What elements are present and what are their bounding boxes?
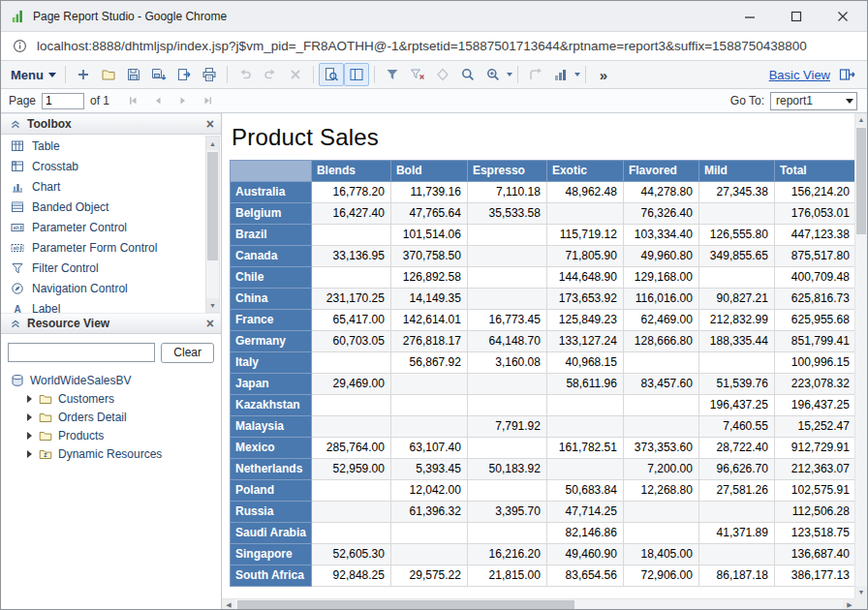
data-cell[interactable]: 386,177.13 bbox=[774, 565, 855, 587]
expand-arrow-icon[interactable] bbox=[27, 395, 32, 403]
row-header-france[interactable]: France bbox=[231, 310, 312, 331]
data-cell[interactable]: 7,200.00 bbox=[623, 459, 698, 480]
row-header-mexico[interactable]: Mexico bbox=[231, 438, 312, 459]
column-header-blends[interactable]: Blends bbox=[311, 161, 390, 182]
data-cell[interactable] bbox=[311, 480, 390, 502]
data-cell[interactable]: 72,906.00 bbox=[623, 565, 698, 587]
data-cell[interactable]: 29,469.00 bbox=[311, 374, 390, 395]
data-cell[interactable]: 370,758.50 bbox=[390, 246, 467, 267]
row-header-saudi-arabia[interactable]: Saudi Arabia bbox=[231, 523, 312, 544]
data-cell[interactable]: 851,799.41 bbox=[774, 331, 855, 352]
data-cell[interactable] bbox=[623, 523, 698, 544]
data-cell[interactable]: 62,469.00 bbox=[623, 310, 698, 331]
data-cell[interactable]: 212,363.07 bbox=[774, 459, 855, 480]
toolbox-item-table[interactable]: Table bbox=[1, 136, 204, 156]
expand-arrow-icon[interactable] bbox=[27, 413, 32, 421]
data-cell[interactable]: 16,427.40 bbox=[311, 203, 390, 225]
data-cell[interactable]: 15,252.47 bbox=[774, 416, 855, 438]
data-cell[interactable] bbox=[311, 267, 390, 289]
panel-tool-icon[interactable] bbox=[344, 63, 369, 86]
data-cell[interactable]: 212,832.99 bbox=[698, 310, 774, 331]
data-cell[interactable]: 64,148.70 bbox=[467, 331, 546, 352]
row-header-chile[interactable]: Chile bbox=[231, 267, 312, 289]
data-cell[interactable] bbox=[390, 523, 467, 544]
row-header-germany[interactable]: Germany bbox=[231, 331, 312, 352]
data-cell[interactable]: 196,437.25 bbox=[774, 395, 855, 416]
data-cell[interactable] bbox=[467, 438, 546, 459]
row-header-italy[interactable]: Italy bbox=[231, 352, 312, 374]
data-cell[interactable]: 125,849.23 bbox=[546, 310, 623, 331]
resource-search-input[interactable] bbox=[8, 343, 155, 362]
data-cell[interactable]: 61,396.32 bbox=[390, 502, 467, 523]
scroll-down-icon[interactable]: ▼ bbox=[855, 586, 867, 598]
data-cell[interactable]: 625,816.73 bbox=[774, 289, 855, 310]
row-header-malaysia[interactable]: Malaysia bbox=[231, 416, 312, 438]
report-canvas[interactable]: Product Sales BlendsBoldEspressoExoticFl… bbox=[222, 113, 856, 598]
page-number-input[interactable] bbox=[42, 93, 84, 109]
row-header-russia[interactable]: Russia bbox=[231, 502, 312, 523]
data-cell[interactable]: 47,714.25 bbox=[546, 502, 623, 523]
data-cell[interactable] bbox=[467, 225, 546, 246]
data-cell[interactable]: 44,278.80 bbox=[623, 182, 698, 203]
more-icon[interactable]: » bbox=[591, 63, 616, 86]
data-cell[interactable]: 7,460.55 bbox=[698, 416, 774, 438]
data-cell[interactable]: 49,460.90 bbox=[546, 544, 623, 565]
data-cell[interactable]: 83,457.60 bbox=[623, 374, 698, 395]
data-cell[interactable] bbox=[623, 395, 698, 416]
data-cell[interactable]: 41,371.89 bbox=[698, 523, 774, 544]
data-cell[interactable]: 82,146.86 bbox=[546, 523, 623, 544]
row-header-canada[interactable]: Canada bbox=[231, 246, 312, 267]
data-cell[interactable]: 83,654.56 bbox=[546, 565, 623, 587]
toolbox-close-icon[interactable]: × bbox=[206, 117, 214, 131]
data-cell[interactable]: 625,955.68 bbox=[774, 310, 855, 331]
data-cell[interactable]: 63,107.40 bbox=[390, 438, 467, 459]
toolbox-item-parameter-form-control[interactable]: abParameter Form Control bbox=[1, 237, 204, 258]
data-cell[interactable]: 223,078.32 bbox=[774, 374, 855, 395]
search-icon[interactable] bbox=[455, 63, 480, 86]
collapse-icon[interactable] bbox=[8, 317, 22, 331]
data-cell[interactable]: 11,739.16 bbox=[390, 182, 467, 203]
row-header-singapore[interactable]: Singapore bbox=[231, 544, 312, 565]
column-header-bold[interactable]: Bold bbox=[390, 161, 467, 182]
data-cell[interactable]: 76,326.40 bbox=[623, 203, 698, 225]
data-cell[interactable]: 7,791.92 bbox=[467, 416, 546, 438]
data-cell[interactable]: 52,605.30 bbox=[311, 544, 390, 565]
data-cell[interactable]: 349,855.65 bbox=[698, 246, 774, 267]
data-cell[interactable]: 128,666.80 bbox=[623, 331, 698, 352]
data-cell[interactable]: 126,555.80 bbox=[698, 225, 774, 246]
corner-cell[interactable] bbox=[231, 161, 312, 182]
data-cell[interactable] bbox=[546, 459, 623, 480]
data-cell[interactable] bbox=[698, 352, 774, 374]
data-cell[interactable]: 47,765.64 bbox=[390, 203, 467, 225]
tree-root-worldwidesalesbv[interactable]: WorldWideSalesBV bbox=[1, 371, 221, 389]
clear-button[interactable]: Clear bbox=[161, 343, 214, 363]
data-cell[interactable]: 71,805.90 bbox=[546, 246, 623, 267]
data-cell[interactable]: 400,709.48 bbox=[774, 267, 855, 289]
collapse-icon[interactable] bbox=[8, 117, 22, 132]
chevron-down-icon[interactable] bbox=[507, 73, 512, 76]
data-cell[interactable]: 100,996.15 bbox=[774, 352, 855, 374]
row-header-china[interactable]: China bbox=[231, 289, 312, 310]
data-cell[interactable]: 115,719.12 bbox=[546, 225, 623, 246]
row-header-japan[interactable]: Japan bbox=[231, 374, 312, 395]
scrollbar-thumb[interactable] bbox=[237, 600, 574, 610]
data-cell[interactable] bbox=[467, 523, 546, 544]
data-cell[interactable]: 116,016.00 bbox=[623, 289, 698, 310]
data-cell[interactable] bbox=[467, 267, 546, 289]
data-cell[interactable] bbox=[467, 395, 546, 416]
tree-item-orders-detail[interactable]: Orders Detail bbox=[1, 408, 221, 426]
data-cell[interactable]: 447,123.38 bbox=[774, 225, 855, 246]
expand-arrow-icon[interactable] bbox=[27, 432, 32, 440]
data-cell[interactable]: 161,782.51 bbox=[546, 438, 623, 459]
tree-item-products[interactable]: Products bbox=[1, 426, 221, 444]
vertical-scrollbar[interactable]: ▲ ▼ bbox=[854, 113, 867, 598]
data-cell[interactable] bbox=[623, 352, 698, 374]
data-cell[interactable]: 86,187.18 bbox=[698, 565, 774, 587]
column-header-mild[interactable]: Mild bbox=[698, 161, 774, 182]
data-cell[interactable]: 3,395.70 bbox=[467, 502, 546, 523]
scrollbar-thumb[interactable] bbox=[856, 128, 866, 234]
data-cell[interactable] bbox=[546, 203, 623, 225]
data-cell[interactable] bbox=[390, 416, 467, 438]
data-cell[interactable]: 96,626.70 bbox=[698, 459, 774, 480]
row-header-south-africa[interactable]: South Africa bbox=[231, 565, 312, 587]
